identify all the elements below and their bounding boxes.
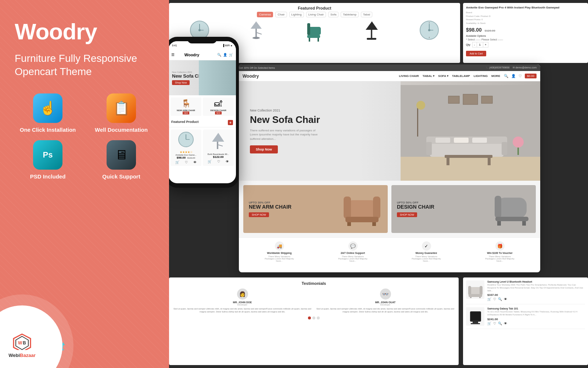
features-grid: ☝ One Click Installation 📋 Well Document… [15,93,154,180]
fp-tab-living[interactable]: Living Chair [306,12,326,17]
phone-mockup: 9:41 ▐ WiFi ● ☰ Woodry 🔍 👤 🛒 New Collect… [169,37,246,188]
pl-price-1: $337.00 [487,293,585,297]
design-chair-banner: UPTO 50% OFF DESIGN CHAIR SHOP NOW [391,185,536,233]
phone-card-arm-chair: 🪑 NEW ARM CHAIR NEW [171,98,201,116]
service-shipping: 🚚 Worldwide Shipping There Many Variatio… [265,241,294,262]
nav-tabal[interactable]: TABAL ▾ [423,74,435,78]
testimonial-2-text: Sed ut quam, lacinia sed semper ulttrici… [316,307,455,314]
service-support: 💬 24/7 Online Support There Many Variati… [338,241,368,262]
desktop-hero: New Collection 2021 New Sofa Chair There… [239,81,540,181]
guarantee-icon: ✓ [422,241,431,251]
cart-icon[interactable]: $0.00 [525,74,537,78]
testimonial-1-name: MR. JOHN DOE [173,301,312,304]
design-chair-banner-text: UPTO 50% OFF DESIGN CHAIR SHOP NOW [397,201,434,217]
fp-tab-chair[interactable]: Chair [275,12,287,17]
svg-rect-65 [469,294,482,297]
one-click-icon: ☝ [33,93,62,123]
desktop-notification-bar: Get 30% Off On Selected Items 📞 (408)663… [239,64,540,71]
voucher-desc: There Many Variations Packages Lorem Bul… [485,255,514,262]
pl-name-1: Samsung Level U Bluetooth Headset [487,280,585,283]
pl-desc-1: Redefine Your Workday With The Palm Two … [487,284,585,292]
hero-title: New Sofa Chair [250,114,390,125]
svg-rect-55 [347,222,351,226]
nav-living-chair[interactable]: LIVING CHAIR [399,74,419,78]
fp-tab-tablelamp[interactable]: Tablelamp [341,12,358,17]
svg-rect-34 [430,142,503,157]
fp-tab-lighting[interactable]: Lighting [289,12,304,17]
nav-lighting[interactable]: LIGHTING [474,74,488,78]
qty-control[interactable]: - 1 + [472,42,488,47]
svg-point-10 [252,37,260,39]
brand-subtitle: Furniture Fully Responsive Opencart Them… [15,52,154,79]
testimonial-2-name: MR. JOHN OUAT [316,301,455,304]
one-click-label: One Click Installation [20,127,76,133]
svg-rect-70 [473,322,478,323]
arm-chair-badge: NEW [183,112,189,114]
pl-price-2: $241.00 [487,318,585,321]
arm-chair-shop-button[interactable]: SHOP NOW [249,212,269,217]
shipping-title: Worldwide Shipping [267,252,291,254]
svg-line-11 [256,32,262,34]
desktop-nav: LIVING CHAIR TABAL ▾ SOFA ▾ TABLELAMP LI… [399,74,500,78]
nav-tablelamp[interactable]: TABLELAMP [452,74,470,78]
pd-options-label: Available Options [466,35,585,37]
pl-item-1: Samsung Level U Bluetooth Headset Redefi… [466,280,585,304]
support-label: Quick Support [102,173,140,180]
phone-featured-title: Featured Product + [169,118,236,127]
arm-chair-image [340,185,384,233]
svg-rect-43 [488,158,491,165]
fp-tab-sofa[interactable]: Sofa [328,12,338,17]
support-icon-footer: 💬 [348,241,358,251]
pl-img-2 [466,307,484,326]
nav-more[interactable]: MORE [491,74,500,78]
hero-shop-now-button[interactable]: Shop Now [250,145,278,153]
svg-rect-41 [445,155,492,158]
svg-rect-69 [471,312,480,320]
fp-tabs: Cameras Chair Lighting Living Chair Sofa… [172,12,457,17]
documentation-label: Well Documentation [95,127,148,133]
phone-outer-frame: 9:41 ▐ WiFi ● ☰ Woodry 🔍 👤 🛒 New Collect… [169,37,239,188]
svg-rect-49 [463,94,478,105]
guarantee-desc: There Many Variations Packages Lorem Bul… [412,255,441,262]
svg-rect-54 [345,217,379,222]
desktop-hero-left: New Collection 2021 New Sofa Chair There… [239,81,401,181]
svg-rect-67 [479,297,481,298]
desktop-screenshot: Get 30% Off On Selected Items 📞 (408)663… [239,64,540,272]
phone-fp-img-2 [205,131,232,153]
svg-point-44 [513,137,524,148]
svg-rect-60 [497,221,501,226]
wishlist-icon[interactable]: ♡ [519,74,522,78]
svg-text:B: B [23,340,26,346]
pd-select: * Select ------ Please Select ------ [466,38,585,41]
account-icon[interactable]: 👤 [511,74,516,78]
add-to-cart-button[interactable]: Add to Cart [466,51,486,56]
testimonial-1-role: Developer [173,304,312,306]
desktop-hero-bg: New Collection 2021 New Sofa Chair There… [239,81,540,181]
pl-actions-2: 🛒 ♡ 🔍 👁 [487,322,585,325]
design-chair-shop-button[interactable]: SHOP NOW [397,212,417,217]
svg-rect-58 [495,196,501,218]
design-chair-image [492,187,532,233]
svg-rect-30 [217,142,218,149]
nav-sofa[interactable]: SOFA ▾ [438,74,448,78]
svg-rect-19 [367,38,376,40]
hero-room-svg [401,85,540,181]
documentation-icon: 📋 [107,93,136,123]
phone-screen: 9:41 ▐ WiFi ● ☰ Woodry 🔍 👤 🛒 New Collect… [169,41,236,183]
svg-rect-40 [472,138,487,143]
testimonial-2-avatar: 👓 [380,289,391,300]
fp-tab-tabal[interactable]: Tabal [361,12,372,17]
product-list-screenshot: Samsung Level U Bluetooth Headset Redefi… [463,277,588,365]
pl-name-2: Samsung Galaxy Tab 101 [487,307,585,310]
arm-chair-label: NEW ARM CHAIR [172,109,200,112]
fp-tab-cameras[interactable]: Cameras [257,12,273,17]
hero-small-text: New Collection 2021 [250,109,390,112]
voucher-title: Win $100 To Voucher [487,252,513,254]
svg-rect-38 [435,138,450,143]
svg-rect-53 [373,197,380,219]
phone-shop-btn[interactable]: Shop Now [172,80,190,85]
search-icon[interactable]: 🔍 [504,74,508,78]
support-desc: There Many Variations Packages Lorem Bul… [338,255,368,262]
pd-meta: Brand: Product Code: Product D Reward Po… [466,11,585,25]
phone-card-design-chair: 🛋 DESIGN CHAIR NEW [203,98,234,116]
